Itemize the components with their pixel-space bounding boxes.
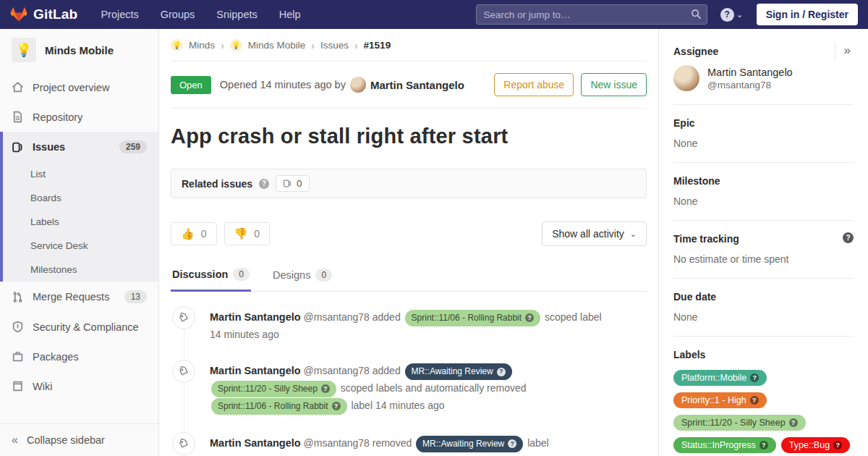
activity-filter-dropdown[interactable]: Show all activity ⌄ xyxy=(542,221,647,246)
project-header[interactable]: 💡 Minds Mobile xyxy=(0,29,158,72)
issue-actions: Report abuse New issue xyxy=(494,73,647,96)
gitlab-tanuki-icon xyxy=(10,6,27,23)
home-icon xyxy=(12,81,24,93)
help-icon[interactable]: ? xyxy=(843,232,854,243)
nav-snippets[interactable]: Snippets xyxy=(216,9,257,20)
thumbs-down-button[interactable]: 👎 0 xyxy=(224,222,271,245)
thumbs-down-icon: 👎 xyxy=(234,227,248,240)
activity-item: Martin Santangelo @msantang78 added Spri… xyxy=(172,306,647,342)
sidebar-item-merge-requests[interactable]: Merge Requests 13 xyxy=(0,282,158,312)
mr-count-badge: 13 xyxy=(124,290,147,303)
thumbs-up-button[interactable]: 👍 0 xyxy=(171,222,217,245)
label-text: Sprint::11/20 - Silly Sheep xyxy=(681,418,786,428)
tab-label: Designs xyxy=(273,269,310,281)
label-badge[interactable]: MR::Awaiting Review ? xyxy=(405,363,512,380)
global-search xyxy=(476,4,707,25)
label-text: Platform::Mobile xyxy=(681,373,746,383)
activity-author[interactable]: Martin Santangelo xyxy=(210,311,301,323)
sidebar-item-project-overview[interactable]: Project overview xyxy=(0,72,158,102)
nav-projects[interactable]: Projects xyxy=(101,9,138,20)
activity-text: Martin Santangelo @msantang78 removed MR… xyxy=(210,432,549,456)
help-menu[interactable]: ? ⌄ xyxy=(720,8,744,22)
label-text: Sprint::11/06 - Rolling Rabbit xyxy=(218,400,328,413)
gitlab-logo[interactable]: GitLab xyxy=(10,6,77,23)
sidebar-item-issues[interactable]: Issues 259 xyxy=(3,132,158,162)
related-count-value: 0 xyxy=(297,178,302,189)
label-text: Sprint::11/20 - Silly Sheep xyxy=(218,382,318,396)
search-icon[interactable] xyxy=(691,9,702,20)
breadcrumb-group[interactable]: Minds xyxy=(189,40,215,51)
scoped-label-help-icon: ? xyxy=(508,439,516,448)
label-text: Priority::1 - High xyxy=(681,395,746,405)
milestone-section[interactable]: Milestone None xyxy=(673,163,854,221)
activity-mid-text: scoped labels and automatically removed xyxy=(341,382,527,394)
milestone-value: None xyxy=(673,195,854,207)
activity-timestamp: 14 minutes ago xyxy=(210,326,602,342)
tab-designs[interactable]: Designs 0 xyxy=(271,268,333,291)
sidebar-item-repository[interactable]: Repository xyxy=(0,102,158,132)
nav-groups[interactable]: Groups xyxy=(161,9,195,20)
sidebar-item-boards[interactable]: Boards xyxy=(3,186,158,210)
issue-status-bar: Open Opened 14 minutes ago by Martin San… xyxy=(171,62,647,109)
assignee-user[interactable]: Martin Santangelo @msantang78 xyxy=(673,65,854,91)
label-event-icon xyxy=(172,306,195,329)
label-badge-platform[interactable]: Platform::Mobile ? xyxy=(673,370,767,386)
shield-icon xyxy=(12,321,24,333)
activity-author[interactable]: Martin Santangelo xyxy=(210,437,301,449)
label-badge[interactable]: Sprint::11/06 - Rolling Rabbit ? xyxy=(405,310,541,326)
label-text: Type::Bug xyxy=(789,440,830,450)
collapse-right-icon[interactable]: » xyxy=(835,42,854,59)
tab-discussion[interactable]: Discussion 0 xyxy=(171,268,251,292)
sidebar-item-wiki[interactable]: Wiki xyxy=(0,371,158,401)
scoped-label-help-icon: ? xyxy=(497,368,506,376)
author-name[interactable]: Martin Santangelo xyxy=(370,79,464,91)
breadcrumb-issue-number: #1519 xyxy=(364,40,391,51)
activity-item: Martin Santangelo @msantang78 added MR::… xyxy=(172,360,647,415)
nav-help[interactable]: Help xyxy=(279,9,301,20)
time-tracking-section: Time tracking ? No estimate or time spen… xyxy=(673,221,854,279)
time-tracking-value: No estimate or time spent xyxy=(673,253,854,265)
tag-icon xyxy=(179,366,189,376)
chevron-down-icon: ⌄ xyxy=(630,229,637,239)
label-badge[interactable]: MR::Awaiting Review ? xyxy=(416,436,523,452)
report-abuse-button[interactable]: Report abuse xyxy=(494,73,574,96)
wiki-icon xyxy=(12,380,24,392)
activity-suffix: scoped label xyxy=(545,311,602,323)
primary-nav: Projects Groups Snippets Help xyxy=(101,9,300,20)
thumbs-up-icon: 👍 xyxy=(181,227,195,240)
scoped-label-help-icon: ? xyxy=(750,373,759,382)
award-emoji-row: 👍 0 👎 0 Show all activity ⌄ xyxy=(171,221,647,246)
label-badge-priority[interactable]: Priority::1 - High ? xyxy=(673,392,767,408)
help-icon[interactable]: ? xyxy=(259,179,269,189)
label-badge-sprint[interactable]: Sprint::11/20 - Silly Sheep ? xyxy=(673,415,806,431)
author-avatar xyxy=(350,77,366,93)
label-badge-status[interactable]: Status::InProgress ? xyxy=(673,437,776,453)
sidebar-item-security-compliance[interactable]: Security & Compliance xyxy=(0,312,158,342)
related-issues-label: Related issues xyxy=(182,178,252,190)
label-badge[interactable]: Sprint::11/06 - Rolling Rabbit ? xyxy=(211,398,347,415)
assignee-section: Assignee » Martin Santangelo @msantang78 xyxy=(673,33,854,105)
label-badge-type[interactable]: Type::Bug ? xyxy=(781,437,850,453)
breadcrumb-issues[interactable]: Issues xyxy=(320,40,349,51)
sign-in-button[interactable]: Sign in / Register xyxy=(757,4,858,25)
sidebar-item-labels[interactable]: Labels xyxy=(3,210,158,234)
issue-title: App crash or stall right after start xyxy=(171,124,647,148)
label-text: Sprint::11/06 - Rolling Rabbit xyxy=(412,311,522,325)
due-date-section[interactable]: Due date None xyxy=(673,279,854,337)
issue-meta: Opened 14 minutes ago by Martin Santange… xyxy=(220,77,464,93)
sidebar-item-label: Repository xyxy=(33,111,82,123)
sidebar-item-list[interactable]: List xyxy=(3,162,158,186)
assignee-username: @msantang78 xyxy=(707,80,793,90)
search-input[interactable] xyxy=(476,4,707,25)
label-badge[interactable]: Sprint::11/20 - Silly Sheep ? xyxy=(211,381,336,397)
sidebar-item-packages[interactable]: Packages xyxy=(0,342,158,371)
sidebar-item-milestones[interactable]: Milestones xyxy=(3,258,158,282)
activity-author[interactable]: Martin Santangelo xyxy=(210,365,301,376)
chevron-right-icon: › xyxy=(221,40,224,51)
sidebar-item-service-desk[interactable]: Service Desk xyxy=(3,234,158,258)
collapse-sidebar-button[interactable]: « Collapse sidebar xyxy=(0,423,158,456)
scoped-label-help-icon: ? xyxy=(789,418,798,427)
epic-section[interactable]: Epic None xyxy=(673,105,854,163)
breadcrumb-project[interactable]: Minds Mobile xyxy=(248,40,306,51)
new-issue-button[interactable]: New issue xyxy=(581,73,647,96)
